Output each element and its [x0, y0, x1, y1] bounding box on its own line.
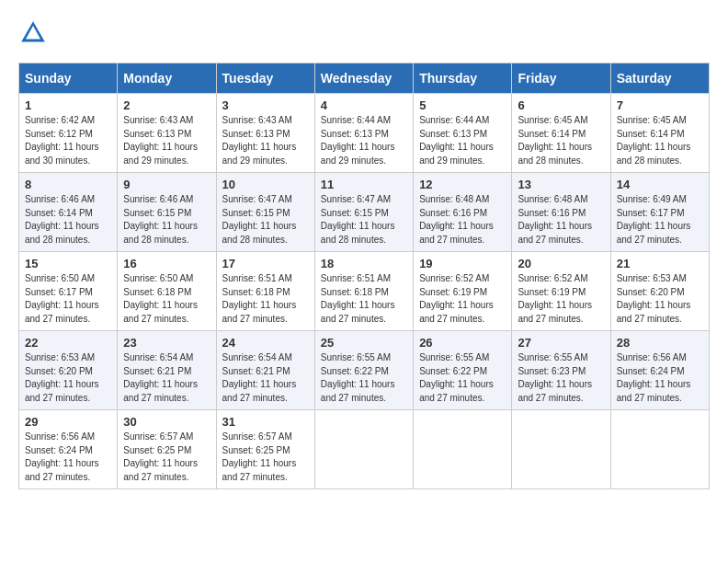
- day-number: 31: [222, 415, 309, 429]
- day-info: Sunrise: 6:50 AMSunset: 6:18 PMDaylight:…: [123, 273, 198, 324]
- day-info: Sunrise: 6:57 AMSunset: 6:25 PMDaylight:…: [222, 431, 297, 482]
- day-info: Sunrise: 6:48 AMSunset: 6:16 PMDaylight:…: [518, 194, 592, 245]
- calendar-day-cell: 11 Sunrise: 6:47 AMSunset: 6:15 PMDaylig…: [314, 173, 413, 252]
- day-number: 23: [123, 336, 210, 350]
- calendar-day-cell: 30 Sunrise: 6:57 AMSunset: 6:25 PMDaylig…: [118, 410, 216, 489]
- day-header-friday: Friday: [512, 63, 610, 94]
- day-info: Sunrise: 6:55 AMSunset: 6:23 PMDaylight:…: [518, 352, 592, 403]
- day-number: 15: [25, 257, 111, 270]
- day-number: 10: [222, 178, 309, 191]
- day-number: 6: [518, 98, 604, 112]
- calendar-day-cell: 5 Sunrise: 6:44 AMSunset: 6:13 PMDayligh…: [414, 94, 512, 173]
- day-number: 28: [617, 336, 703, 350]
- day-info: Sunrise: 6:57 AMSunset: 6:25 PMDaylight:…: [123, 431, 198, 482]
- day-info: Sunrise: 6:54 AMSunset: 6:21 PMDaylight:…: [222, 352, 297, 403]
- calendar-day-cell: 19 Sunrise: 6:52 AMSunset: 6:19 PMDaylig…: [414, 252, 512, 331]
- day-number: 16: [123, 257, 210, 270]
- day-number: 14: [617, 178, 703, 191]
- calendar-day-cell: 2 Sunrise: 6:43 AMSunset: 6:13 PMDayligh…: [118, 94, 216, 173]
- day-number: 5: [419, 98, 506, 112]
- day-header-monday: Monday: [118, 63, 216, 94]
- day-info: Sunrise: 6:47 AMSunset: 6:15 PMDaylight:…: [222, 194, 297, 245]
- calendar-week-row: 15 Sunrise: 6:50 AMSunset: 6:17 PMDaylig…: [19, 252, 710, 331]
- calendar-day-cell: 31 Sunrise: 6:57 AMSunset: 6:25 PMDaylig…: [216, 410, 314, 489]
- calendar-day-cell: 14 Sunrise: 6:49 AMSunset: 6:17 PMDaylig…: [610, 173, 709, 252]
- calendar-day-cell: 15 Sunrise: 6:50 AMSunset: 6:17 PMDaylig…: [19, 252, 118, 331]
- calendar-day-cell: 1 Sunrise: 6:42 AMSunset: 6:12 PMDayligh…: [19, 94, 118, 173]
- day-info: Sunrise: 6:46 AMSunset: 6:14 PMDaylight:…: [25, 194, 99, 245]
- day-info: Sunrise: 6:55 AMSunset: 6:22 PMDaylight:…: [321, 352, 395, 403]
- day-number: 4: [321, 98, 407, 112]
- page-header: [18, 18, 710, 48]
- day-info: Sunrise: 6:51 AMSunset: 6:18 PMDaylight:…: [222, 273, 297, 324]
- calendar-day-cell: 13 Sunrise: 6:48 AMSunset: 6:16 PMDaylig…: [512, 173, 610, 252]
- calendar-day-cell: 10 Sunrise: 6:47 AMSunset: 6:15 PMDaylig…: [216, 173, 314, 252]
- day-number: 29: [25, 415, 111, 429]
- day-info: Sunrise: 6:53 AMSunset: 6:20 PMDaylight:…: [617, 273, 691, 324]
- day-header-tuesday: Tuesday: [216, 63, 314, 94]
- empty-cell: [414, 410, 512, 489]
- day-number: 30: [123, 415, 210, 429]
- day-number: 17: [222, 257, 309, 270]
- logo-icon: [18, 18, 48, 48]
- day-number: 12: [419, 178, 506, 191]
- calendar-week-row: 29 Sunrise: 6:56 AMSunset: 6:24 PMDaylig…: [19, 410, 710, 489]
- calendar-day-cell: 22 Sunrise: 6:53 AMSunset: 6:20 PMDaylig…: [19, 331, 118, 410]
- calendar-week-row: 1 Sunrise: 6:42 AMSunset: 6:12 PMDayligh…: [19, 94, 710, 173]
- day-number: 7: [617, 98, 703, 112]
- empty-cell: [314, 410, 413, 489]
- logo: [18, 18, 51, 48]
- day-info: Sunrise: 6:56 AMSunset: 6:24 PMDaylight:…: [25, 431, 99, 482]
- day-number: 8: [25, 178, 111, 191]
- day-info: Sunrise: 6:50 AMSunset: 6:17 PMDaylight:…: [25, 273, 99, 324]
- calendar-day-cell: 6 Sunrise: 6:45 AMSunset: 6:14 PMDayligh…: [512, 94, 610, 173]
- day-info: Sunrise: 6:51 AMSunset: 6:18 PMDaylight:…: [321, 273, 395, 324]
- day-info: Sunrise: 6:47 AMSunset: 6:15 PMDaylight:…: [321, 194, 395, 245]
- calendar-day-cell: 21 Sunrise: 6:53 AMSunset: 6:20 PMDaylig…: [610, 252, 709, 331]
- day-number: 25: [321, 336, 407, 350]
- calendar-day-cell: 3 Sunrise: 6:43 AMSunset: 6:13 PMDayligh…: [216, 94, 314, 173]
- day-info: Sunrise: 6:43 AMSunset: 6:13 PMDaylight:…: [222, 115, 297, 166]
- day-number: 24: [222, 336, 309, 350]
- calendar-day-cell: 17 Sunrise: 6:51 AMSunset: 6:18 PMDaylig…: [216, 252, 314, 331]
- calendar-day-cell: 23 Sunrise: 6:54 AMSunset: 6:21 PMDaylig…: [118, 331, 216, 410]
- day-info: Sunrise: 6:49 AMSunset: 6:17 PMDaylight:…: [617, 194, 691, 245]
- calendar-day-cell: 4 Sunrise: 6:44 AMSunset: 6:13 PMDayligh…: [314, 94, 413, 173]
- day-header-sunday: Sunday: [19, 63, 118, 94]
- calendar-day-cell: 24 Sunrise: 6:54 AMSunset: 6:21 PMDaylig…: [216, 331, 314, 410]
- empty-cell: [512, 410, 610, 489]
- calendar-day-cell: 28 Sunrise: 6:56 AMSunset: 6:24 PMDaylig…: [610, 331, 709, 410]
- day-number: 20: [518, 257, 604, 270]
- calendar-day-cell: 8 Sunrise: 6:46 AMSunset: 6:14 PMDayligh…: [19, 173, 118, 252]
- empty-cell: [610, 410, 709, 489]
- day-number: 21: [617, 257, 703, 270]
- day-info: Sunrise: 6:44 AMSunset: 6:13 PMDaylight:…: [321, 115, 395, 166]
- day-number: 11: [321, 178, 407, 191]
- day-number: 2: [123, 98, 210, 112]
- calendar-day-cell: 29 Sunrise: 6:56 AMSunset: 6:24 PMDaylig…: [19, 410, 118, 489]
- calendar-day-cell: 27 Sunrise: 6:55 AMSunset: 6:23 PMDaylig…: [512, 331, 610, 410]
- day-info: Sunrise: 6:53 AMSunset: 6:20 PMDaylight:…: [25, 352, 99, 403]
- day-number: 1: [25, 98, 111, 112]
- day-info: Sunrise: 6:52 AMSunset: 6:19 PMDaylight:…: [419, 273, 494, 324]
- day-info: Sunrise: 6:48 AMSunset: 6:16 PMDaylight:…: [419, 194, 494, 245]
- day-number: 26: [419, 336, 506, 350]
- calendar-day-cell: 16 Sunrise: 6:50 AMSunset: 6:18 PMDaylig…: [118, 252, 216, 331]
- calendar: SundayMondayTuesdayWednesdayThursdayFrid…: [18, 63, 710, 489]
- day-header-saturday: Saturday: [610, 63, 709, 94]
- day-info: Sunrise: 6:45 AMSunset: 6:14 PMDaylight:…: [617, 115, 691, 166]
- calendar-day-cell: 9 Sunrise: 6:46 AMSunset: 6:15 PMDayligh…: [118, 173, 216, 252]
- day-info: Sunrise: 6:42 AMSunset: 6:12 PMDaylight:…: [25, 115, 99, 166]
- day-number: 22: [25, 336, 111, 350]
- calendar-day-cell: 7 Sunrise: 6:45 AMSunset: 6:14 PMDayligh…: [610, 94, 709, 173]
- calendar-week-row: 8 Sunrise: 6:46 AMSunset: 6:14 PMDayligh…: [19, 173, 710, 252]
- day-header-thursday: Thursday: [414, 63, 512, 94]
- calendar-week-row: 22 Sunrise: 6:53 AMSunset: 6:20 PMDaylig…: [19, 331, 710, 410]
- calendar-day-cell: 25 Sunrise: 6:55 AMSunset: 6:22 PMDaylig…: [314, 331, 413, 410]
- day-number: 13: [518, 178, 604, 191]
- day-number: 9: [123, 178, 210, 191]
- calendar-day-cell: 12 Sunrise: 6:48 AMSunset: 6:16 PMDaylig…: [414, 173, 512, 252]
- day-number: 19: [419, 257, 506, 270]
- day-header-wednesday: Wednesday: [314, 63, 413, 94]
- day-info: Sunrise: 6:54 AMSunset: 6:21 PMDaylight:…: [123, 352, 198, 403]
